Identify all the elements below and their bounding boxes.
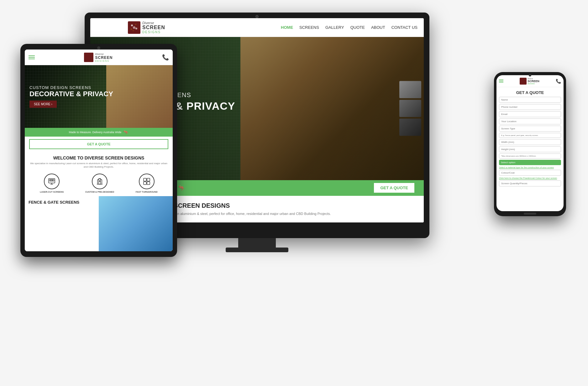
tablet-fence-section: FENCE & GATE SCREENS — [25, 196, 99, 251]
svg-rect-10 — [51, 180, 52, 181]
desktop-logo: Diverse SCREEN DESIGNS — [128, 21, 165, 34]
tablet-hero-subtitle: CUSTOM DESIGN SCREENS — [29, 85, 113, 90]
svg-point-5 — [133, 30, 134, 31]
tablet-logo-designs: DESIGNS — [95, 60, 113, 62]
mobile-screen-type-hint[interactable] — [499, 133, 561, 138]
tablet-logo-icon — [84, 53, 93, 62]
tablet-welcome: WELCOME TO DIVERSE SCREEN DESIGNS We spe… — [25, 152, 173, 170]
svg-rect-12 — [99, 181, 101, 184]
mobile-hamburger[interactable] — [499, 80, 503, 82]
svg-point-4 — [135, 28, 137, 29]
thumb-2 — [399, 100, 421, 117]
tablet-bottom: FENCE & GATE SCREENS — [25, 196, 173, 251]
tablet-bottom-image — [99, 196, 173, 251]
tablet-navbar: Diverse SCREEN DESIGNS 📞 — [25, 50, 173, 65]
tablet-quote-button[interactable]: GET A QUOTE — [29, 139, 168, 149]
thumbnail-strip — [399, 81, 421, 136]
mobile-colour-hint[interactable]: Click here to choose the Powdercoat Colo… — [499, 177, 561, 179]
tablet-features: LASER-CUT SCREENS CUSTOM & PRE-DESIGNED … — [25, 170, 173, 196]
tablet-hero-right — [106, 65, 173, 128]
svg-point-3 — [131, 28, 132, 30]
tablet-hero-title: DECORATIVE & PRIVACY — [29, 90, 113, 98]
mobile-navbar: Diverse SCREEN DESIGNS 📞 — [496, 75, 564, 87]
svg-point-0 — [131, 24, 133, 26]
fast-label: FAST TURNAROUND — [136, 191, 158, 193]
tablet-hero: CUSTOM DESIGN SCREENS DECORATIVE & PRIVA… — [25, 65, 173, 128]
thumb-1 — [399, 81, 421, 98]
monitor-stand — [238, 238, 276, 248]
svg-point-1 — [135, 24, 136, 25]
australia-icon: 🦘 — [178, 185, 185, 191]
nav-gallery[interactable]: GALLERY — [325, 25, 344, 30]
mobile-email-input[interactable] — [499, 111, 561, 117]
svg-rect-17 — [147, 182, 150, 185]
mobile-logo-text: Diverse SCREEN DESIGNS — [528, 78, 539, 85]
scene: Diverse SCREEN DESIGNS HOME SCREENS GALL… — [0, 0, 588, 386]
mobile-phone-input[interactable] — [499, 104, 561, 110]
mobile-max-dim-hint[interactable] — [499, 154, 561, 159]
svg-point-2 — [133, 26, 135, 29]
laser-cut-icon — [44, 174, 60, 189]
monitor-base — [226, 248, 288, 252]
svg-rect-9 — [50, 180, 51, 181]
tablet-see-more[interactable]: SEE MORE › — [29, 101, 57, 108]
laser-cut-label: LASER-CUT SCREENS — [40, 191, 64, 193]
mobile-location-input[interactable] — [499, 118, 561, 124]
hamburger-menu[interactable] — [29, 55, 35, 59]
tablet-delivery-text: Made to Measure. Delivery Australia Wide — [69, 131, 122, 134]
mobile-name-input[interactable] — [499, 97, 561, 103]
feature-fast: FAST TURNAROUND — [136, 174, 158, 193]
mobile-phone-icon[interactable]: 📞 — [556, 79, 561, 84]
mobile-screen-type-input[interactable] — [499, 126, 561, 132]
tablet-logo-text: Diverse SCREEN DESIGNS — [95, 53, 113, 62]
tablet-screen: Diverse SCREEN DESIGNS 📞 CUSTOM DESIGN S… — [25, 50, 173, 251]
nav-quote[interactable]: QUOTE — [350, 25, 365, 30]
mobile-colour-input[interactable] — [499, 170, 561, 176]
mobile-select-hint: Select a material type for the construct… — [499, 166, 561, 169]
logo-screen: SCREEN — [142, 25, 165, 30]
tablet-camera — [97, 46, 100, 50]
tablet-green-bar: Made to Measure. Delivery Australia Wide… — [25, 128, 173, 137]
nav-home[interactable]: HOME — [281, 25, 293, 30]
monitor-camera — [255, 15, 259, 18]
get-quote-button-desktop[interactable]: GET A QUOTE — [374, 183, 414, 193]
svg-rect-16 — [144, 182, 146, 185]
desktop-navbar: Diverse SCREEN DESIGNS HOME SCREENS GALL… — [90, 18, 424, 37]
custom-label: CUSTOM & PRE-DESIGNED — [85, 191, 114, 193]
feature-custom: CUSTOM & PRE-DESIGNED — [85, 174, 114, 193]
logo-designs: DESIGNS — [142, 30, 165, 34]
mobile-form-title: GET A QUOTE — [496, 87, 564, 97]
mobile-form: Select option Select a material type for… — [496, 97, 564, 211]
tablet-logo-diverse: Diverse — [95, 53, 113, 55]
mobile-material-select[interactable]: Select option — [499, 160, 561, 165]
mobile-logo-designs: DESIGNS — [528, 83, 539, 85]
desktop-nav-links: HOME SCREENS GALLERY QUOTE ABOUT CONTACT… — [281, 25, 417, 30]
mobile-logo-icon — [520, 78, 527, 85]
tablet-welcome-title: WELCOME TO DIVERSE SCREEN DESIGNS — [29, 155, 168, 160]
phone-icon[interactable]: 📞 — [162, 54, 169, 61]
tablet-australia-icon: 🦘 — [123, 130, 129, 135]
svg-rect-11 — [53, 180, 54, 181]
custom-icon — [92, 174, 108, 189]
tablet-logo-screen: SCREEN — [95, 55, 113, 60]
mobile-width-input[interactable] — [499, 139, 561, 145]
fast-icon — [139, 174, 155, 189]
tablet-hero-text: CUSTOM DESIGN SCREENS DECORATIVE & PRIVA… — [29, 85, 113, 108]
svg-rect-15 — [147, 178, 150, 181]
nav-about[interactable]: ABOUT — [371, 25, 385, 30]
mobile-quantity-input[interactable] — [499, 180, 561, 186]
mobile-home-button — [524, 213, 536, 215]
mobile-device: Diverse SCREEN DESIGNS 📞 GET A QUOTE — [494, 72, 566, 216]
nav-contact[interactable]: CONTACT US — [391, 25, 417, 30]
logo-text: Diverse SCREEN DESIGNS — [142, 21, 165, 34]
logo-icon — [128, 21, 140, 34]
nav-screens[interactable]: SCREENS — [299, 25, 319, 30]
mobile-height-input[interactable] — [499, 146, 561, 152]
fence-title: FENCE & GATE SCREENS — [29, 200, 95, 205]
logo-diverse: Diverse — [142, 21, 165, 25]
thumb-3 — [399, 119, 421, 136]
tablet-quote-wrapper: GET A QUOTE — [25, 137, 173, 152]
svg-rect-14 — [144, 178, 146, 181]
tablet-welcome-text: We specialise in manufacturing Laser-cut… — [29, 162, 168, 169]
mobile-logo: Diverse SCREEN DESIGNS — [503, 78, 556, 85]
